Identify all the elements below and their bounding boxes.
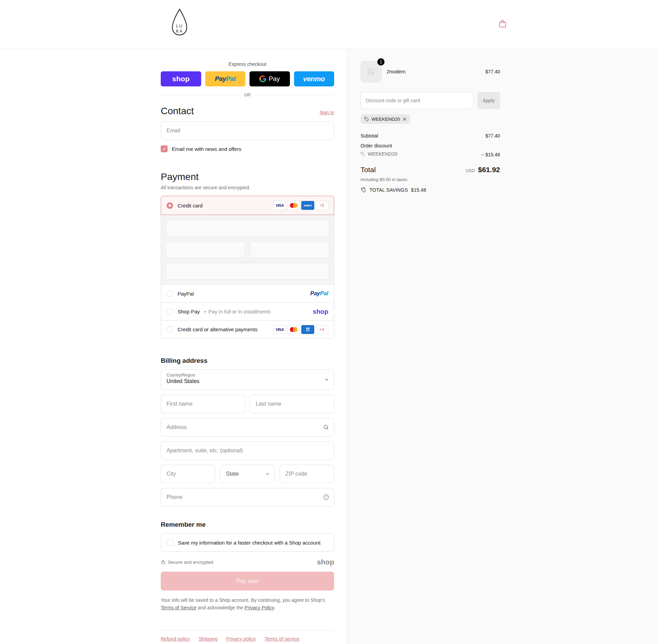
currency-code: USD	[466, 168, 475, 173]
discount-code-line: WEEKEND20	[361, 151, 397, 157]
help-icon[interactable]: ?	[323, 494, 329, 501]
more-cards-badge: +5	[315, 201, 328, 210]
payment-option-shop-pay[interactable]: Shop Pay • Pay in full or in installment…	[161, 302, 334, 320]
card-expiry-skeleton	[166, 241, 245, 258]
discount-code-input[interactable]	[361, 92, 474, 109]
remember-me-title: Remember me	[161, 521, 334, 528]
last-name-field[interactable]	[250, 395, 334, 413]
apartment-field[interactable]	[161, 441, 334, 460]
paypal-express-button[interactable]: PayPal	[205, 71, 246, 86]
store-logo[interactable]: LU KA	[170, 8, 189, 41]
checkmark-icon	[162, 147, 166, 151]
applied-discount-code: WEEKEND20	[371, 117, 400, 122]
terms-of-service-link[interactable]: Terms of service	[265, 636, 300, 642]
terms-of-service-link[interactable]: Terms of Service	[161, 605, 196, 610]
teardrop-logo-icon: LU KA	[170, 8, 189, 39]
state-select[interactable]: State	[220, 465, 275, 483]
shop-pay-express-button[interactable]: shop	[161, 71, 201, 86]
shop-pay-radio[interactable]	[167, 308, 173, 315]
contact-section: Contact Sign in Email me with news and o…	[161, 106, 334, 152]
tax-note: Including $0.00 in taxes	[361, 177, 500, 182]
shop-pay-bullet: •	[204, 309, 206, 314]
payment-option-credit-card[interactable]: Credit card VISA AMEX	[161, 196, 334, 215]
venmo-express-button[interactable]: venmo	[294, 71, 334, 86]
cart-item-row: 1 2modern $77.40	[361, 61, 500, 82]
totals-block: Subtotal $77.40 Order discount WEEKEND20	[361, 133, 500, 193]
shop-logo: shop	[313, 308, 328, 315]
payment-section: Payment All transactions are secure and …	[161, 171, 334, 338]
total-label: Total	[361, 166, 376, 174]
content-row: Express checkout shop PayPal	[0, 49, 658, 644]
secure-label: Secure and encrypted	[168, 560, 213, 565]
billing-address-section: Billing address Country/Region United St…	[161, 357, 334, 506]
secure-row: Secure and encrypted shop	[161, 558, 334, 566]
payment-title: Payment	[161, 171, 334, 182]
paypal-wordmark: PayPal	[215, 75, 236, 83]
zip-code-field[interactable]	[280, 465, 334, 483]
remove-discount-icon[interactable]	[402, 117, 407, 121]
privacy-policy-link[interactable]: Privacy policy	[226, 636, 256, 642]
shop-wordmark-gray: shop	[317, 558, 334, 566]
footer-links: Refund policy Shipping Privacy policy Te…	[161, 630, 334, 642]
venmo-wordmark: venmo	[303, 75, 325, 83]
payment-subtitle: All transactions are secure and encrypte…	[161, 185, 334, 190]
first-name-field[interactable]	[161, 395, 245, 413]
credit-card-label: Credit card	[178, 203, 203, 208]
privacy-policy-link[interactable]: Privacy Policy	[244, 605, 274, 610]
shop-wordmark: shop	[172, 75, 190, 83]
order-summary-sidebar: 1 2modern $77.40 Apply WEEKEND20	[347, 49, 658, 644]
newsletter-label: Email me with news and offers	[172, 146, 241, 152]
tag-icon	[361, 152, 365, 156]
lock-icon	[161, 560, 166, 564]
header: LU KA	[0, 0, 658, 49]
sign-in-link[interactable]: Sign in	[319, 110, 334, 115]
paypal-radio[interactable]	[167, 290, 173, 297]
newsletter-checkbox-row[interactable]: Email me with news and offers	[161, 145, 334, 152]
city-field[interactable]	[161, 465, 215, 483]
paypal-label: PayPal	[178, 291, 194, 297]
cart-button[interactable]	[498, 19, 507, 29]
email-field[interactable]	[161, 121, 334, 140]
credit-card-form-loading	[161, 215, 334, 285]
express-checkout-buttons: shop PayPal Pay	[161, 71, 334, 86]
product-price: $77.40	[485, 69, 500, 74]
order-discount-label: Order discount	[361, 143, 392, 148]
state-select-value: State	[226, 471, 239, 477]
newsletter-checkbox[interactable]	[161, 145, 168, 152]
checkout-main: Express checkout shop PayPal	[0, 49, 347, 644]
alternative-payments-label: Credit card or alternative payments	[178, 326, 257, 332]
chevron-down-icon	[265, 472, 270, 477]
card-name-skeleton	[166, 263, 329, 280]
payment-option-paypal[interactable]: PayPal PayPal	[161, 285, 334, 302]
save-info-checkbox[interactable]	[167, 539, 173, 546]
total-savings-value: $15.48	[411, 187, 426, 193]
shipping-link[interactable]: Shipping	[199, 636, 218, 642]
google-pay-express-button[interactable]: Pay	[249, 71, 290, 86]
legal-disclaimer: Your info will be saved to a Shop accoun…	[161, 597, 334, 611]
google-g-icon	[259, 75, 266, 82]
country-select-value: United States	[167, 378, 328, 384]
payment-option-alternative[interactable]: Credit card or alternative payments VISA	[161, 320, 334, 338]
subtotal-value: $77.40	[485, 133, 500, 139]
total-savings-row: TOTAL SAVINGS $15.48	[361, 187, 500, 193]
tag-icon	[364, 117, 369, 122]
payment-method-group: Credit card VISA AMEX	[161, 196, 334, 338]
or-label: OR	[244, 92, 251, 97]
billing-title: Billing address	[161, 357, 334, 365]
logo-text-line2: KA	[176, 29, 183, 34]
applied-discount-chip: WEEKEND20	[361, 114, 410, 124]
refund-policy-link[interactable]: Refund policy	[161, 636, 190, 642]
pay-now-button[interactable]: Pay now	[161, 572, 334, 591]
cart-bag-icon	[498, 19, 507, 28]
address-field[interactable]	[161, 418, 334, 437]
credit-card-radio[interactable]	[167, 202, 173, 209]
save-info-checkbox-row[interactable]: Save my information for a faster checkou…	[161, 533, 334, 552]
alternative-payments-radio[interactable]	[167, 326, 173, 333]
product-name: 2modern	[387, 69, 480, 74]
country-select[interactable]: Country/Region United States	[161, 369, 334, 390]
mastercard-icon	[287, 325, 300, 334]
checkout-page: LU KA Express checkout shop P	[0, 0, 658, 644]
apply-discount-button[interactable]: Apply	[477, 92, 500, 109]
phone-field[interactable]	[161, 488, 334, 506]
save-info-label: Save my information for a faster checkou…	[178, 540, 320, 546]
